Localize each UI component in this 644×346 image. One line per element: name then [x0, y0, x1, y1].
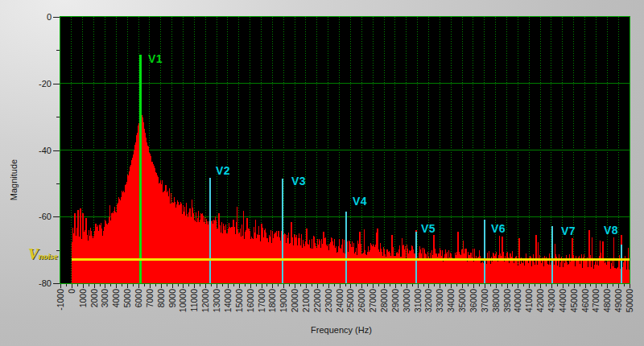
spectrum-spike	[457, 232, 459, 283]
x-tick-label: 29000	[391, 289, 400, 312]
x-tick	[618, 284, 619, 288]
x-tick-label: 4000	[112, 289, 121, 307]
marker-label-V6[interactable]: V6	[491, 223, 506, 234]
x-tick-label: 22000	[313, 289, 322, 312]
x-minor-tick	[133, 284, 134, 286]
x-tick	[239, 284, 240, 288]
x-minor-tick	[624, 284, 625, 286]
x-tick	[105, 284, 105, 288]
x-minor-tick	[188, 284, 189, 286]
x-tick	[340, 284, 341, 288]
x-tick	[127, 284, 128, 288]
marker-label-V7[interactable]: V7	[561, 225, 576, 237]
x-tick-label: 49000	[614, 289, 623, 312]
x-minor-tick	[66, 284, 67, 286]
x-tick	[384, 284, 385, 288]
x-tick-label: 35000	[458, 289, 467, 312]
x-tick	[630, 284, 630, 288]
x-tick	[574, 284, 575, 288]
x-minor-tick	[245, 284, 246, 286]
x-tick	[440, 284, 440, 288]
x-tick-label: 6000	[134, 289, 143, 307]
x-minor-tick	[580, 284, 580, 286]
x-minor-tick	[423, 284, 424, 286]
marker-label-V8[interactable]: V8	[604, 224, 618, 236]
spectrum-spike	[602, 241, 604, 283]
marker-label-V4[interactable]: V4	[353, 196, 367, 207]
x-tick-label: 13000	[213, 289, 221, 312]
x-minor-tick	[502, 284, 502, 286]
x-tick-label: 17000	[258, 289, 266, 312]
x-tick	[551, 284, 552, 288]
x-tick	[272, 284, 273, 288]
x-tick-label: 43000	[547, 289, 556, 312]
spectrum-spike	[246, 218, 248, 283]
x-minor-tick	[77, 284, 78, 286]
x-tick	[507, 284, 508, 288]
x-minor-tick	[155, 284, 156, 286]
x-tick	[451, 284, 452, 288]
x-minor-tick	[122, 284, 122, 286]
x-minor-tick	[468, 284, 469, 286]
x-minor-tick	[256, 284, 257, 286]
x-minor-tick	[390, 284, 390, 286]
x-tick-label: 19000	[279, 289, 288, 312]
x-tick-label: 47000	[592, 289, 601, 312]
x-tick	[485, 284, 485, 288]
x-tick-label: 11000	[190, 289, 199, 311]
x-tick-label: 14000	[224, 289, 233, 312]
x-minor-tick	[144, 284, 145, 286]
x-minor-tick	[535, 284, 535, 286]
spectrum-spike	[74, 213, 76, 283]
x-tick	[283, 284, 284, 288]
x-minor-tick	[345, 284, 346, 286]
spectrum-spike	[189, 208, 191, 283]
x-tick	[295, 284, 295, 288]
x-tick-label: 30000	[402, 289, 411, 312]
spectrum-spike	[177, 202, 179, 283]
marker-label-V2[interactable]: V2	[216, 165, 230, 176]
x-minor-tick	[89, 284, 89, 286]
y-tick-label: -20	[21, 79, 52, 89]
x-tick-label: 21000	[302, 289, 311, 312]
y-axis-title: Magnitude	[9, 148, 19, 212]
x-minor-tick	[289, 284, 290, 286]
x-tick-label: 45000	[570, 289, 579, 312]
x-tick	[217, 284, 217, 288]
x-tick	[540, 284, 541, 288]
x-minor-tick	[445, 284, 446, 286]
x-tick-label: 20000	[291, 289, 299, 312]
x-tick	[94, 284, 95, 288]
x-minor-tick	[367, 284, 368, 286]
x-tick	[529, 284, 530, 288]
x-tick	[418, 284, 419, 288]
x-minor-tick	[412, 284, 413, 286]
x-minor-tick	[546, 284, 547, 286]
x-tick	[473, 284, 474, 288]
plot-area[interactable]	[60, 16, 630, 284]
x-minor-tick	[266, 284, 267, 286]
x-tick	[306, 284, 307, 288]
x-tick	[205, 284, 206, 288]
marker-label-V5[interactable]: V5	[421, 223, 436, 234]
x-tick	[585, 284, 586, 288]
x-tick-label: 10000	[179, 289, 188, 312]
x-minor-tick	[334, 284, 335, 286]
marker-label-V1[interactable]: V1	[148, 53, 163, 64]
x-tick	[518, 284, 518, 288]
spectrum-spike	[359, 232, 361, 283]
x-tick	[172, 284, 173, 288]
x-minor-tick	[278, 284, 279, 286]
marker-label-V3[interactable]: V3	[291, 175, 306, 187]
y-tick-label: -80	[21, 278, 52, 289]
x-minor-tick	[523, 284, 524, 286]
x-minor-tick	[300, 284, 301, 286]
spectrum-spike	[85, 218, 87, 283]
y-minor-tick	[56, 183, 60, 184]
noise-cursor-label[interactable]: Vnoise	[28, 245, 58, 263]
x-tick	[161, 284, 162, 288]
spectrum-spike	[261, 224, 262, 284]
spectrum-plot-svg	[60, 17, 630, 283]
x-tick-label: 8000	[157, 289, 166, 307]
x-tick-label: 9000	[168, 289, 177, 307]
